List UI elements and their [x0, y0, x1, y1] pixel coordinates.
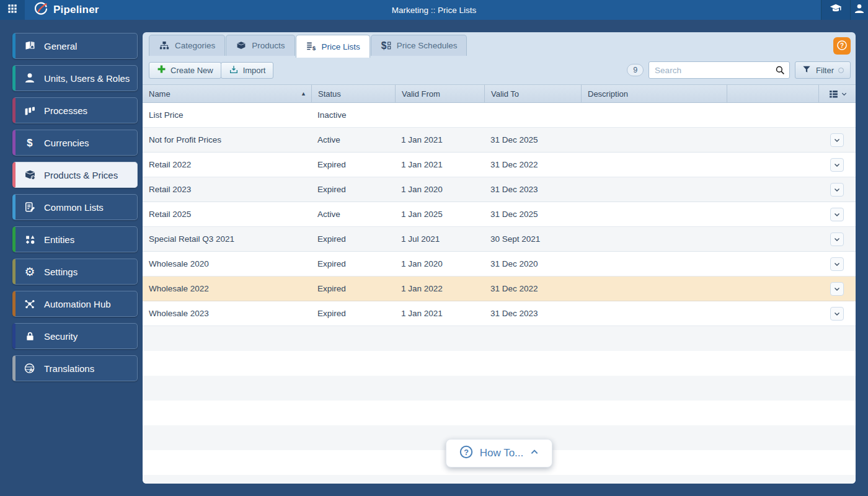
table-body: List Price Inactive Not for Profit Price… [143, 103, 856, 484]
tab-products[interactable]: Products [226, 35, 294, 56]
content-panel: Categories Products $ Price Lists $ Pric… [143, 32, 856, 484]
sidebar-item-label: Currencies [44, 138, 89, 148]
table-row[interactable]: Wholesale 2023 Expired 1 Jan 2021 31 Dec… [143, 301, 856, 326]
chevron-up-icon [529, 447, 539, 460]
sidebar-item-label: Automation Hub [44, 299, 111, 309]
sidebar-item-label: Security [44, 331, 78, 342]
sidebar-item-label: Settings [44, 267, 78, 277]
sidebar-item-settings[interactable]: ⚙ Settings [12, 259, 138, 285]
graduation-cap-icon [829, 2, 843, 18]
sidebar-item-currencies[interactable]: $ Currencies [12, 130, 138, 156]
sidebar-item-general[interactable]: General [12, 33, 138, 59]
column-header-status[interactable]: Status [311, 85, 395, 102]
table-row[interactable]: Retail 2025 Active 1 Jan 2025 31 Dec 202… [143, 202, 856, 227]
import-label: Import [243, 66, 266, 75]
table-row[interactable]: Not for Profit Prices Active 1 Jan 2021 … [143, 128, 856, 153]
user-bust-icon [23, 71, 37, 85]
sidebar-item-security[interactable]: Security [12, 323, 138, 349]
tab-price-lists[interactable]: $ Price Lists [296, 35, 370, 58]
import-button[interactable]: Import [221, 62, 274, 79]
question-mark-icon: ? [836, 39, 848, 53]
column-header-spacer [727, 85, 818, 102]
how-to-button[interactable]: ? How To... [446, 439, 552, 467]
svg-text:$: $ [312, 45, 316, 51]
column-header-valid-to[interactable]: Valid To [484, 85, 581, 102]
table-row[interactable]: Retail 2023 Expired 1 Jan 2020 31 Dec 20… [143, 177, 856, 202]
record-count-badge: 9 [627, 64, 644, 76]
sidebar-item-translations[interactable]: A Translations [12, 355, 138, 381]
tab-label: Categories [175, 41, 215, 50]
column-header-name[interactable]: Name ▲ [143, 85, 311, 102]
row-actions-button[interactable] [830, 183, 844, 197]
import-icon [229, 64, 239, 76]
globe-translate-icon: A [23, 361, 37, 375]
row-actions-button[interactable] [830, 232, 844, 246]
sidebar-item-label: General [44, 41, 77, 51]
column-header-description[interactable]: Description [581, 85, 727, 102]
grid-icon [7, 4, 17, 16]
brand-logo[interactable]: Pipeliner [33, 1, 99, 19]
tab-bar: Categories Products $ Price Lists $ Pric… [149, 35, 467, 58]
tab-price-schedules[interactable]: $ Price Schedules [371, 35, 467, 56]
brand-name: Pipeliner [53, 4, 99, 16]
row-actions-button[interactable] [830, 307, 844, 321]
plus-icon [157, 64, 166, 76]
sidebar-item-processes[interactable]: Processes [12, 97, 138, 123]
table-row-selected[interactable]: Wholesale 2022 Expired 1 Jan 2022 31 Dec… [143, 277, 856, 301]
categories-hierarchy-icon [159, 40, 170, 51]
sidebar-item-common-lists[interactable]: Common Lists [12, 194, 138, 220]
create-new-button[interactable]: Create New [149, 62, 221, 79]
list-pencil-icon [23, 200, 37, 214]
sidebar-item-automation-hub[interactable]: Automation Hub [12, 291, 138, 317]
create-new-label: Create New [170, 66, 213, 75]
how-to-label: How To... [480, 447, 524, 459]
table-header: Name ▲ Status Valid From Valid To Descri… [143, 84, 856, 103]
help-button[interactable]: ? [833, 37, 851, 55]
sidebar-item-label: Products & Prices [44, 170, 118, 180]
row-actions-button[interactable] [830, 282, 844, 296]
filter-button[interactable]: Filter [795, 61, 851, 79]
row-actions-button[interactable] [830, 133, 844, 147]
general-icon [23, 39, 37, 53]
table-row[interactable]: Retail 2022 Expired 1 Jan 2021 31 Dec 20… [143, 153, 856, 177]
sidebar-item-entities[interactable]: Entities [12, 226, 138, 252]
topbar: Pipeliner Marketing :: Price Lists [0, 0, 868, 20]
pipeliner-logo-icon [33, 1, 48, 19]
sidebar-item-products-prices[interactable]: Products & Prices [12, 162, 138, 188]
price-list-icon: $ [306, 41, 317, 52]
settings-sidebar: General Units, Users & Roles Processes $… [12, 33, 138, 388]
help-circle-icon: ? [459, 445, 474, 463]
sidebar-item-units-users-roles[interactable]: Units, Users & Roles [12, 65, 138, 91]
tab-label: Products [252, 41, 285, 50]
gear-icon: ⚙ [23, 265, 37, 278]
filter-state-indicator [838, 68, 844, 73]
svg-text:A: A [29, 367, 33, 373]
column-chooser[interactable] [818, 85, 856, 102]
learning-center-button[interactable] [821, 0, 850, 20]
table-row[interactable]: Special Retail Q3 2021 Expired 1 Jul 202… [143, 227, 856, 252]
row-actions-button[interactable] [830, 257, 844, 271]
row-actions-button[interactable] [830, 158, 844, 172]
search-input[interactable] [649, 61, 790, 79]
sidebar-item-label: Entities [44, 234, 74, 245]
filter-label: Filter [816, 66, 834, 75]
search-icon[interactable] [774, 64, 786, 78]
row-actions-button[interactable] [830, 208, 844, 221]
sidebar-item-label: Translations [44, 363, 94, 374]
svg-text:$: $ [27, 137, 33, 149]
page-title: Marketing :: Price Lists [0, 6, 868, 15]
column-header-valid-from[interactable]: Valid From [395, 85, 484, 102]
toolbar: Create New Import 9 Filter [143, 61, 856, 79]
svg-text:?: ? [840, 42, 844, 48]
svg-text:?: ? [464, 448, 469, 456]
app-launcher-button[interactable] [0, 0, 25, 20]
price-schedule-icon: $ [381, 40, 392, 51]
tab-label: Price Schedules [397, 41, 458, 50]
processes-icon [23, 104, 37, 117]
user-menu-button[interactable] [850, 0, 868, 20]
table-row[interactable]: Wholesale 2020 Expired 1 Jan 2020 31 Dec… [143, 252, 856, 277]
sidebar-item-label: Processes [44, 105, 87, 116]
sidebar-item-label: Common Lists [44, 202, 104, 213]
table-row[interactable]: List Price Inactive [143, 103, 856, 128]
tab-categories[interactable]: Categories [149, 35, 225, 56]
